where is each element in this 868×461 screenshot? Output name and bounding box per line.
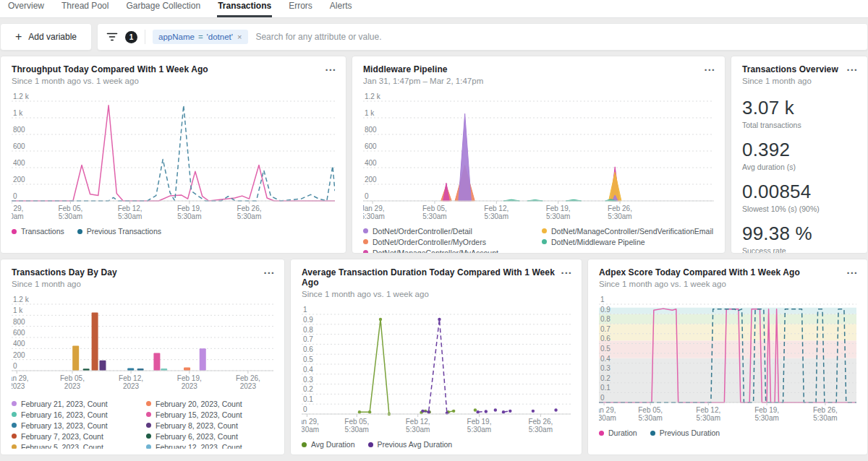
stat-label: Avg duration (s) <box>742 163 856 171</box>
legend-item[interactable]: February 8, 2023, Count <box>146 420 273 431</box>
svg-text:200: 200 <box>365 176 377 184</box>
add-variable-button[interactable]: + Add variable <box>0 23 92 51</box>
legend-item[interactable]: Transactions <box>12 227 64 236</box>
tab-transactions[interactable]: Transactions <box>217 0 272 17</box>
legend-item[interactable]: DotNet/OrderController/Detail <box>363 225 542 236</box>
legend-dot-icon <box>542 228 547 233</box>
legend-dot-icon <box>12 401 17 406</box>
svg-text:Feb 12,5:30am: Feb 12,5:30am <box>406 418 430 434</box>
panel-menu-button[interactable]: ... <box>846 61 858 73</box>
legend-item[interactable]: Avg Duration <box>302 440 355 449</box>
legend-item[interactable]: Previous Avg Duration <box>368 440 453 449</box>
svg-text:0: 0 <box>13 362 17 370</box>
svg-text:1 k: 1 k <box>13 306 23 314</box>
legend-dot-icon <box>12 423 17 428</box>
middleware-legend: DotNet/OrderController/DetailDotNet/Orde… <box>363 225 714 254</box>
stat-label: Total transactions <box>742 121 856 129</box>
svg-text:0.2: 0.2 <box>600 374 610 382</box>
legend-label: DotNet/ManageController/MyAccount <box>373 249 498 254</box>
legend-item[interactable]: February 13, 2023, Count <box>12 420 146 431</box>
tab-garbage-collection[interactable]: Garbage Collection <box>125 0 201 17</box>
svg-text:Feb 26,2023: Feb 26,2023 <box>236 374 260 390</box>
filter-funnel-icon[interactable] <box>106 31 118 43</box>
svg-text:1.2 k: 1.2 k <box>365 92 381 100</box>
legend-label: February 7, 2023, Count <box>21 432 103 441</box>
tab-thread-pool[interactable]: Thread Pool <box>61 0 109 17</box>
legend-label: February 21, 2023, Count <box>21 400 108 408</box>
legend-label: February 5, 2023, Count <box>21 443 103 449</box>
tab-bar: Overview Thread Pool Garbage Collection … <box>0 0 868 18</box>
panel-subtitle: Since 1 month ago vs. 1 week ago <box>12 77 335 85</box>
tab-errors[interactable]: Errors <box>288 0 313 17</box>
throughput-chart[interactable]: 1.2 k1 k8006004002000Jan 29,5:30amFeb 05… <box>12 92 335 223</box>
legend-dot-icon <box>12 412 17 417</box>
legend-dot-icon <box>146 412 151 417</box>
panel-title: Transactions Day By Day <box>12 267 273 277</box>
svg-text:0.3: 0.3 <box>600 364 610 372</box>
legend-dot-icon <box>146 401 151 406</box>
legend-item[interactable]: February 16, 2023, Count <box>12 409 146 420</box>
apdex-chart[interactable]: 10.90.80.70.60.50.40.30.20.10Jan 29,5:30… <box>599 296 856 424</box>
legend-item[interactable]: Previous Transactions <box>77 227 161 236</box>
day-by-day-chart[interactable]: 1.2 k1 k8006004002000Jan 29,2023Feb 05,2… <box>12 296 273 392</box>
svg-text:Feb 26,5:30am: Feb 26,5:30am <box>813 406 838 422</box>
svg-text:0.7: 0.7 <box>600 325 610 333</box>
panel-menu-button[interactable]: ... <box>263 264 275 276</box>
svg-text:1: 1 <box>303 306 307 314</box>
panel-day-by-day: Transactions Day By Day Since 1 month ag… <box>0 259 285 455</box>
legend-dot-icon <box>146 434 151 439</box>
tab-alerts[interactable]: Alerts <box>329 0 353 17</box>
middleware-chart[interactable]: 1.2 k1 k8006004002000Jan 29,5:30amFeb 05… <box>363 92 714 223</box>
legend-item[interactable]: February 5, 2023, Count <box>12 441 146 449</box>
legend-item[interactable]: February 21, 2023, Count <box>12 398 146 409</box>
legend-label: DotNet/Middleware Pipeline <box>551 238 645 246</box>
panel-menu-button[interactable]: ... <box>325 61 336 73</box>
legend-dot-icon <box>599 431 604 436</box>
svg-text:0.4: 0.4 <box>303 366 313 374</box>
throughput-legend: TransactionsPrevious Transactions <box>12 227 335 236</box>
legend-label: February 8, 2023, Count <box>156 421 238 430</box>
avg-duration-legend: Avg DurationPrevious Avg Duration <box>302 440 571 449</box>
filter-count-badge: 1 <box>125 31 137 43</box>
chip-value: 'dotnet' <box>207 33 233 41</box>
legend-item[interactable]: DotNet/ManageController/SendVerification… <box>542 225 714 236</box>
avg-duration-chart[interactable]: 10.90.80.70.60.50.40.30.20.10Jan 29,5:30… <box>302 306 571 436</box>
stat-value: 0.392 <box>742 139 856 161</box>
svg-text:Feb 19,5:30am: Feb 19,5:30am <box>467 418 492 434</box>
panel-menu-button[interactable]: ... <box>704 61 715 73</box>
panel-title: Middleware Pipeline <box>363 64 714 74</box>
svg-text:Feb 19,5:30am: Feb 19,5:30am <box>754 406 779 422</box>
legend-dot-icon <box>12 229 17 234</box>
panel-menu-button[interactable]: ... <box>846 264 858 276</box>
svg-text:Feb 05,5:30am: Feb 05,5:30am <box>638 406 663 422</box>
svg-text:600: 600 <box>13 142 25 150</box>
legend-item[interactable]: Duration <box>599 428 637 437</box>
plus-icon: + <box>15 31 22 43</box>
legend-item[interactable]: February 15, 2023, Count <box>146 409 273 420</box>
search-input[interactable] <box>255 32 859 42</box>
filter-chip-appname[interactable]: appName = 'dotnet' × <box>153 30 248 44</box>
svg-text:0.8: 0.8 <box>600 315 610 323</box>
legend-item[interactable]: February 6, 2023, Count <box>146 431 273 441</box>
legend-item[interactable]: February 20, 2023, Count <box>146 398 273 409</box>
legend-item[interactable]: Previous Duration <box>650 428 720 437</box>
panel-transactions-overview: Transactions Overview Since 1 month ago … <box>731 56 868 254</box>
stat-label: Success rate <box>742 246 856 254</box>
legend-item[interactable]: DotNet/ManageController/MyAccount <box>363 247 542 254</box>
svg-text:Feb 05,5:30am: Feb 05,5:30am <box>422 204 447 220</box>
legend-item[interactable]: February 12, 2023, Count <box>146 441 273 449</box>
panel-throughput: Throughput Today Compared With 1 Week Ag… <box>0 56 346 254</box>
panel-title: Average Transaction Duration Today Compa… <box>302 267 571 288</box>
svg-text:Feb 19,5:30am: Feb 19,5:30am <box>546 204 571 220</box>
legend-item[interactable]: February 7, 2023, Count <box>12 431 146 441</box>
panel-menu-button[interactable]: ... <box>561 264 572 276</box>
legend-label: Previous Duration <box>660 428 720 437</box>
svg-text:800: 800 <box>13 126 25 134</box>
legend-item[interactable]: DotNet/OrderController/MyOrders <box>363 236 542 247</box>
tab-overview[interactable]: Overview <box>7 0 45 17</box>
svg-text:Feb 12,5:30am: Feb 12,5:30am <box>484 204 509 220</box>
chip-close-icon[interactable]: × <box>237 33 242 41</box>
svg-text:0.9: 0.9 <box>303 316 313 324</box>
legend-item[interactable]: DotNet/Middleware Pipeline <box>542 236 714 247</box>
legend-label: Previous Avg Duration <box>378 440 453 449</box>
